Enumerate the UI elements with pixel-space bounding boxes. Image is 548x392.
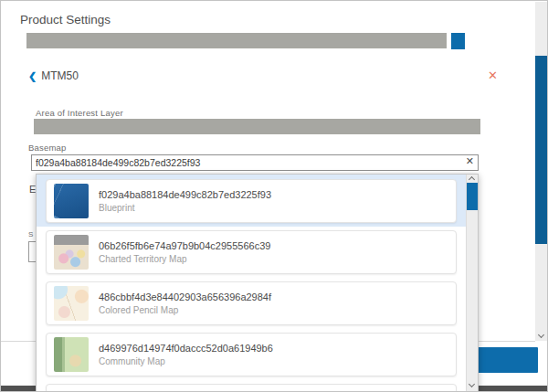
basemap-thumbnail — [54, 337, 89, 372]
basemap-combobox: ✕ — [31, 154, 479, 170]
basemap-option[interactable]: 06b26f5fb6e74a97b9b04c2955566c39 Charted… — [46, 230, 457, 274]
accent-square — [451, 33, 465, 49]
basemap-label: Basemap — [28, 143, 67, 153]
basemap-input[interactable] — [31, 154, 479, 171]
dropdown-scrollbar-thumb[interactable] — [467, 183, 478, 210]
basemap-option-text: d469976d14974f0daccc52d0a61949b6 Communi… — [99, 343, 273, 366]
product-settings-window: Product Settings ❮ MTM50 ✕ Area of Inter… — [0, 0, 548, 392]
back-chevron-icon: ❮ — [28, 69, 37, 82]
area-of-interest-label: Area of Interest Layer — [36, 108, 123, 118]
close-icon[interactable]: ✕ — [488, 69, 498, 82]
basemap-thumbnail — [54, 184, 89, 218]
dropdown-scrollbar[interactable] — [466, 175, 478, 392]
area-of-interest-field[interactable] — [34, 119, 480, 134]
basemap-option-text: 06b26f5fb6e74a97b9b04c2955566c39 Charted… — [99, 240, 270, 264]
basemap-option[interactable]: f029a4ba88184de499c82b7ed3225f93 Bluepri… — [46, 179, 457, 223]
basemap-option-id: d469976d14974f0daccc52d0a61949b6 — [99, 343, 273, 354]
scroll-down-icon[interactable] — [538, 332, 544, 338]
basemap-option-id: f029a4ba88184de499c82b7ed3225f93 — [99, 189, 271, 200]
occluded-label-fragment-s: S — [28, 230, 33, 238]
basemap-option-id: 06b26f5fb6e74a97b9b04c2955566c39 — [99, 240, 270, 251]
clear-icon[interactable]: ✕ — [466, 156, 474, 166]
basemap-option-name: Colored Pencil Map — [99, 305, 271, 315]
basemap-option-id: 486cbbf4d3e84402903a656396a2984f — [99, 291, 271, 302]
basemap-option-text: 486cbbf4d3e84402903a656396a2984f Colored… — [99, 291, 271, 315]
window-scrollbar[interactable] — [535, 2, 547, 341]
basemap-option-name: Blueprint — [99, 203, 271, 213]
back-nav[interactable]: ❮ MTM50 — [28, 69, 79, 82]
basemap-option-name: Charted Territory Map — [99, 254, 270, 264]
window-scrollbar-thumb[interactable] — [535, 56, 547, 244]
page-title: Product Settings — [20, 13, 111, 26]
basemap-option-name: Community Map — [99, 356, 273, 366]
basemap-thumbnail — [54, 286, 89, 321]
basemap-option[interactable]: d469976d14974f0daccc52d0a61949b6 Communi… — [46, 333, 457, 376]
back-nav-label: MTM50 — [41, 69, 79, 82]
basemap-dropdown: f029a4ba88184de499c82b7ed3225f93 Bluepri… — [36, 174, 479, 392]
redacted-field-bar — [26, 33, 447, 48]
basemap-option-text: f029a4ba88184de499c82b7ed3225f93 Bluepri… — [99, 189, 271, 213]
scroll-up-icon[interactable] — [469, 176, 475, 183]
basemap-option-list: f029a4ba88184de499c82b7ed3225f93 Bluepri… — [37, 175, 466, 392]
basemap-option[interactable]: 486cbbf4d3e84402903a656396a2984f Colored… — [46, 281, 457, 325]
basemap-option-partial[interactable] — [46, 384, 457, 392]
scroll-down-icon[interactable] — [469, 381, 475, 387]
basemap-thumbnail — [54, 235, 89, 270]
